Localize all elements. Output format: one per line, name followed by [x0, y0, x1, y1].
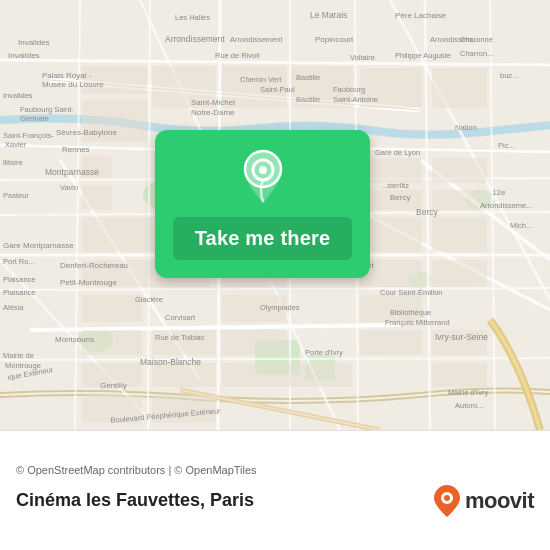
svg-rect-45	[432, 217, 487, 252]
svg-text:Bercy: Bercy	[390, 193, 410, 202]
svg-text:Autoro...: Autoro...	[455, 401, 483, 410]
svg-text:...sterlitz: ...sterlitz	[381, 181, 409, 190]
svg-text:Charron...: Charron...	[460, 49, 493, 58]
svg-text:Montsouris: Montsouris	[55, 335, 94, 344]
svg-point-142	[444, 495, 450, 501]
svg-text:Philippe Auguste: Philippe Auguste	[395, 51, 451, 60]
svg-text:Invalides: Invalides	[3, 91, 33, 100]
svg-text:12e: 12e	[492, 188, 506, 197]
venue-row: Cinéma les Fauvettes, Paris moovit	[16, 484, 534, 518]
cta-card: Take me there	[155, 130, 370, 278]
svg-text:Père Lachaise: Père Lachaise	[395, 11, 447, 20]
svg-text:Mich...: Mich...	[510, 221, 532, 230]
svg-text:Alésia: Alésia	[3, 303, 24, 312]
svg-text:Denfert-Rochereau: Denfert-Rochereau	[60, 261, 128, 270]
svg-text:Porte d'Ivry: Porte d'Ivry	[305, 348, 343, 357]
svg-text:Notre-Dame: Notre-Dame	[191, 108, 235, 117]
svg-text:Chemin Vert: Chemin Vert	[240, 75, 282, 84]
svg-text:Saint-Paul: Saint-Paul	[260, 85, 295, 94]
svg-rect-60	[222, 363, 352, 387]
svg-text:Rue de Tolbiac: Rue de Tolbiac	[155, 333, 205, 342]
svg-text:Montparnasse: Montparnasse	[45, 167, 99, 177]
svg-text:Germain: Germain	[20, 114, 49, 123]
venue-name: Cinéma les Fauvettes, Paris	[16, 490, 254, 511]
svg-text:Mairie d'Ivry: Mairie d'Ivry	[448, 388, 488, 397]
svg-text:Rennes: Rennes	[62, 145, 90, 154]
svg-text:Palais Royal -: Palais Royal -	[42, 71, 92, 80]
svg-text:Bastille: Bastille	[296, 73, 320, 82]
moovit-logo: moovit	[433, 484, 534, 518]
venue-name-text: Cinéma les Fauvettes	[16, 490, 200, 510]
svg-rect-36	[432, 68, 487, 108]
svg-rect-39	[432, 158, 487, 183]
svg-text:Mairie de: Mairie de	[3, 351, 34, 360]
svg-text:llitaire: llitaire	[3, 158, 23, 167]
svg-text:Arrondisseme...: Arrondisseme...	[480, 201, 533, 210]
svg-text:Le Marais: Le Marais	[310, 10, 347, 20]
moovit-pin-icon	[433, 484, 461, 518]
info-bar: © OpenStreetMap contributors | © OpenMap…	[0, 430, 550, 550]
svg-text:Les Halles: Les Halles	[175, 13, 210, 22]
svg-text:Ivry-sur-Seine: Ivry-sur-Seine	[435, 332, 488, 342]
svg-text:Arrondissement: Arrondissement	[230, 35, 283, 44]
moovit-brand-text: moovit	[465, 488, 534, 514]
svg-rect-50	[82, 295, 142, 322]
svg-point-140	[259, 166, 267, 174]
svg-text:Faubourg: Faubourg	[333, 85, 365, 94]
svg-text:Invalides: Invalides	[18, 38, 50, 47]
svg-text:buz...: buz...	[500, 71, 518, 80]
svg-text:Gentilly: Gentilly	[100, 381, 127, 390]
svg-text:Bastille: Bastille	[296, 95, 320, 104]
svg-text:Pic...: Pic...	[498, 141, 515, 150]
svg-text:Petit-Montrouge: Petit-Montrouge	[60, 278, 117, 287]
svg-text:Maison-Blanche: Maison-Blanche	[140, 357, 201, 367]
svg-text:François Mitterrand: François Mitterrand	[385, 318, 450, 327]
take-me-there-button[interactable]: Take me there	[173, 217, 353, 260]
svg-text:Vavin: Vavin	[60, 183, 78, 192]
svg-rect-56	[360, 330, 422, 355]
svg-text:Corvisart: Corvisart	[165, 313, 196, 322]
svg-rect-49	[432, 260, 487, 287]
svg-text:Saint-Antoine: Saint-Antoine	[333, 95, 378, 104]
svg-text:Rue de Rivoli: Rue de Rivoli	[215, 51, 260, 60]
svg-text:Bercy: Bercy	[416, 207, 438, 217]
svg-text:Musée du Louvre: Musée du Louvre	[42, 80, 104, 89]
svg-text:Gare Montparnasse: Gare Montparnasse	[3, 241, 74, 250]
venue-city-text: Paris	[210, 490, 254, 510]
svg-rect-61	[432, 363, 487, 387]
svg-text:Glacière: Glacière	[135, 295, 163, 304]
svg-text:Port Ro...: Port Ro...	[3, 257, 35, 266]
svg-text:Saint-François-: Saint-François-	[3, 131, 54, 140]
svg-text:Popincourt: Popincourt	[315, 35, 354, 44]
svg-rect-40	[82, 185, 112, 210]
svg-text:Saint-Michel: Saint-Michel	[191, 98, 235, 107]
svg-text:Invalides: Invalides	[8, 51, 40, 60]
svg-rect-55	[222, 330, 287, 355]
svg-text:Arrondissement: Arrondissement	[165, 34, 225, 44]
map-container: Invalides Invalides Invalides Faubourg S…	[0, 0, 550, 550]
svg-text:Plaisance: Plaisance	[3, 288, 36, 297]
svg-text:Faubourg Saint-: Faubourg Saint-	[20, 105, 74, 114]
svg-text:Pasteur: Pasteur	[3, 191, 29, 200]
svg-text:Sèvres-Babylone: Sèvres-Babylone	[56, 128, 117, 137]
svg-text:Gare de Lyon: Gare de Lyon	[375, 148, 420, 157]
svg-text:Bibliothèque: Bibliothèque	[390, 308, 431, 317]
svg-text:Xavier: Xavier	[5, 140, 27, 149]
svg-text:Olympiades: Olympiades	[260, 303, 300, 312]
location-pin-icon	[239, 149, 287, 205]
copyright-text: © OpenStreetMap contributors | © OpenMap…	[16, 464, 534, 476]
svg-text:Charonne: Charonne	[460, 35, 493, 44]
svg-rect-42	[432, 190, 487, 210]
svg-text:Cour Saint-Émillon: Cour Saint-Émillon	[380, 288, 443, 297]
svg-text:Plaisance: Plaisance	[3, 275, 36, 284]
svg-text:Nation: Nation	[455, 123, 477, 132]
svg-text:Voltaire: Voltaire	[350, 53, 375, 62]
